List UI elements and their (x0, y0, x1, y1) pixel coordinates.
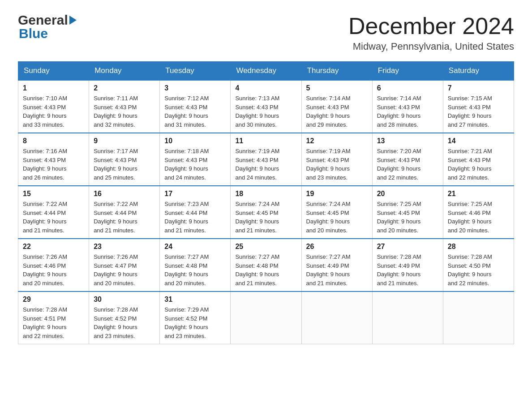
calendar-cell: 5 Sunrise: 7:14 AMSunset: 4:43 PMDayligh… (301, 80, 372, 133)
day-number: 18 (235, 190, 296, 198)
day-number: 3 (164, 84, 226, 92)
calendar-cell (231, 291, 301, 344)
title-block: December 2024 Midway, Pennsylvania, Unit… (348, 13, 514, 52)
day-number: 19 (306, 190, 368, 198)
calendar-cell: 4 Sunrise: 7:13 AMSunset: 4:43 PMDayligh… (231, 80, 301, 133)
calendar-cell: 19 Sunrise: 7:24 AMSunset: 4:45 PMDaylig… (301, 186, 372, 239)
day-number: 10 (164, 137, 226, 145)
day-number: 26 (306, 243, 368, 251)
calendar-week-row: 22 Sunrise: 7:26 AMSunset: 4:46 PMDaylig… (18, 239, 514, 291)
day-info: Sunrise: 7:28 AMSunset: 4:50 PMDaylight:… (448, 253, 492, 287)
calendar-cell: 3 Sunrise: 7:12 AMSunset: 4:43 PMDayligh… (160, 80, 231, 133)
calendar-cell: 20 Sunrise: 7:25 AMSunset: 4:45 PMDaylig… (372, 186, 443, 239)
weekday-header-thursday: Thursday (301, 62, 372, 81)
day-number: 17 (164, 190, 226, 198)
calendar-cell: 14 Sunrise: 7:21 AMSunset: 4:43 PMDaylig… (443, 133, 514, 186)
calendar-cell: 30 Sunrise: 7:28 AMSunset: 4:52 PMDaylig… (89, 291, 160, 344)
day-number: 4 (235, 84, 296, 92)
day-number: 23 (94, 243, 155, 251)
weekday-header-saturday: Saturday (443, 62, 514, 81)
calendar-cell: 7 Sunrise: 7:15 AMSunset: 4:43 PMDayligh… (443, 80, 514, 133)
day-number: 29 (23, 295, 84, 304)
day-number: 1 (23, 84, 84, 92)
calendar-week-row: 29 Sunrise: 7:28 AMSunset: 4:51 PMDaylig… (18, 291, 514, 344)
day-info: Sunrise: 7:11 AMSunset: 4:43 PMDaylight:… (94, 95, 138, 128)
calendar-cell: 8 Sunrise: 7:16 AMSunset: 4:43 PMDayligh… (18, 133, 89, 186)
day-number: 31 (164, 295, 226, 304)
calendar-cell (443, 291, 514, 344)
calendar-cell: 22 Sunrise: 7:26 AMSunset: 4:46 PMDaylig… (18, 239, 89, 291)
day-info: Sunrise: 7:20 AMSunset: 4:43 PMDaylight:… (377, 148, 421, 181)
calendar-cell (372, 291, 443, 344)
day-info: Sunrise: 7:12 AMSunset: 4:43 PMDaylight:… (164, 95, 209, 128)
calendar-cell (301, 291, 372, 344)
calendar-cell: 23 Sunrise: 7:26 AMSunset: 4:47 PMDaylig… (89, 239, 160, 291)
day-info: Sunrise: 7:27 AMSunset: 4:48 PMDaylight:… (235, 253, 279, 287)
weekday-header-friday: Friday (372, 62, 443, 81)
day-number: 25 (235, 243, 296, 251)
calendar-header-row: SundayMondayTuesdayWednesdayThursdayFrid… (18, 62, 514, 81)
page-header: General Blue December 2024 Midway, Penns… (18, 13, 514, 52)
day-info: Sunrise: 7:19 AMSunset: 4:43 PMDaylight:… (235, 148, 279, 181)
logo: General Blue (18, 13, 77, 41)
day-number: 13 (377, 137, 438, 145)
day-info: Sunrise: 7:26 AMSunset: 4:46 PMDaylight:… (23, 253, 67, 287)
calendar-cell: 28 Sunrise: 7:28 AMSunset: 4:50 PMDaylig… (443, 239, 514, 291)
calendar-cell: 1 Sunrise: 7:10 AMSunset: 4:43 PMDayligh… (18, 80, 89, 133)
day-info: Sunrise: 7:27 AMSunset: 4:49 PMDaylight:… (306, 253, 351, 287)
day-info: Sunrise: 7:27 AMSunset: 4:48 PMDaylight:… (164, 253, 209, 287)
day-info: Sunrise: 7:25 AMSunset: 4:46 PMDaylight:… (448, 201, 492, 234)
day-number: 22 (23, 243, 84, 251)
calendar-cell: 13 Sunrise: 7:20 AMSunset: 4:43 PMDaylig… (372, 133, 443, 186)
calendar-cell: 6 Sunrise: 7:14 AMSunset: 4:43 PMDayligh… (372, 80, 443, 133)
calendar-cell: 25 Sunrise: 7:27 AMSunset: 4:48 PMDaylig… (231, 239, 301, 291)
day-number: 14 (448, 137, 509, 145)
calendar-cell: 27 Sunrise: 7:28 AMSunset: 4:49 PMDaylig… (372, 239, 443, 291)
logo-text-blue: Blue (18, 26, 48, 41)
calendar-cell: 10 Sunrise: 7:18 AMSunset: 4:43 PMDaylig… (160, 133, 231, 186)
weekday-header-tuesday: Tuesday (160, 62, 231, 81)
calendar-week-row: 15 Sunrise: 7:22 AMSunset: 4:44 PMDaylig… (18, 186, 514, 239)
day-info: Sunrise: 7:28 AMSunset: 4:49 PMDaylight:… (377, 253, 421, 287)
weekday-header-sunday: Sunday (18, 62, 89, 81)
day-number: 30 (94, 295, 155, 304)
day-number: 16 (94, 190, 155, 198)
day-number: 9 (94, 137, 155, 145)
day-info: Sunrise: 7:22 AMSunset: 4:44 PMDaylight:… (23, 201, 67, 234)
calendar-cell: 16 Sunrise: 7:22 AMSunset: 4:44 PMDaylig… (89, 186, 160, 239)
calendar-cell: 18 Sunrise: 7:24 AMSunset: 4:45 PMDaylig… (231, 186, 301, 239)
day-info: Sunrise: 7:21 AMSunset: 4:43 PMDaylight:… (448, 148, 492, 181)
day-info: Sunrise: 7:23 AMSunset: 4:44 PMDaylight:… (164, 201, 209, 234)
day-number: 6 (377, 84, 438, 92)
day-info: Sunrise: 7:16 AMSunset: 4:43 PMDaylight:… (23, 148, 67, 181)
calendar-cell: 24 Sunrise: 7:27 AMSunset: 4:48 PMDaylig… (160, 239, 231, 291)
day-number: 27 (377, 243, 438, 251)
day-info: Sunrise: 7:18 AMSunset: 4:43 PMDaylight:… (164, 148, 209, 181)
day-info: Sunrise: 7:14 AMSunset: 4:43 PMDaylight:… (306, 95, 351, 128)
weekday-header-monday: Monday (89, 62, 160, 81)
day-number: 7 (448, 84, 509, 92)
day-info: Sunrise: 7:29 AMSunset: 4:52 PMDaylight:… (164, 306, 209, 339)
day-info: Sunrise: 7:24 AMSunset: 4:45 PMDaylight:… (235, 201, 279, 234)
month-title: December 2024 (348, 13, 514, 39)
day-info: Sunrise: 7:24 AMSunset: 4:45 PMDaylight:… (306, 201, 351, 234)
day-number: 28 (448, 243, 509, 251)
day-info: Sunrise: 7:15 AMSunset: 4:43 PMDaylight:… (448, 95, 492, 128)
day-number: 5 (306, 84, 368, 92)
day-info: Sunrise: 7:28 AMSunset: 4:52 PMDaylight:… (94, 306, 138, 339)
calendar-cell: 26 Sunrise: 7:27 AMSunset: 4:49 PMDaylig… (301, 239, 372, 291)
logo-triangle-icon (69, 16, 77, 25)
day-info: Sunrise: 7:14 AMSunset: 4:43 PMDaylight:… (377, 95, 421, 128)
day-info: Sunrise: 7:13 AMSunset: 4:43 PMDaylight:… (235, 95, 279, 128)
day-number: 2 (94, 84, 155, 92)
calendar-cell: 17 Sunrise: 7:23 AMSunset: 4:44 PMDaylig… (160, 186, 231, 239)
day-number: 15 (23, 190, 84, 198)
day-number: 12 (306, 137, 368, 145)
calendar-cell: 12 Sunrise: 7:19 AMSunset: 4:43 PMDaylig… (301, 133, 372, 186)
day-info: Sunrise: 7:19 AMSunset: 4:43 PMDaylight:… (306, 148, 351, 181)
calendar-cell: 21 Sunrise: 7:25 AMSunset: 4:46 PMDaylig… (443, 186, 514, 239)
day-info: Sunrise: 7:10 AMSunset: 4:43 PMDaylight:… (23, 95, 67, 128)
day-info: Sunrise: 7:28 AMSunset: 4:51 PMDaylight:… (23, 306, 67, 339)
calendar-cell: 2 Sunrise: 7:11 AMSunset: 4:43 PMDayligh… (89, 80, 160, 133)
day-number: 21 (448, 190, 509, 198)
